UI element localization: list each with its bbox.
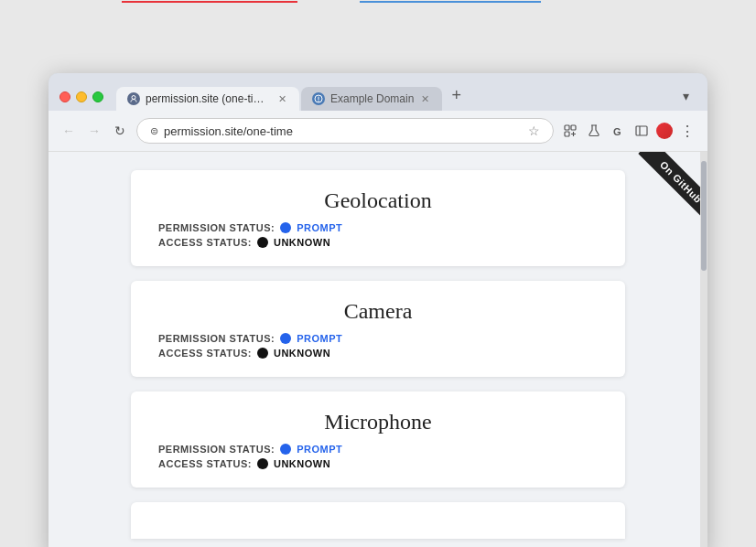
microphone-permission-value: PROMPT [297, 444, 342, 455]
reload-button[interactable]: ↻ [111, 122, 129, 140]
labs-icon[interactable] [585, 122, 603, 140]
camera-access-value: UNKNOWN [274, 348, 330, 359]
geolocation-permission-row: PERMISSION STATUS: PROMPT [158, 222, 598, 233]
microphone-permission-label: PERMISSION STATUS: [158, 444, 275, 455]
tab-permission-icon [127, 92, 140, 105]
bookmark-icon[interactable]: ☆ [528, 123, 540, 138]
profile-avatar[interactable] [656, 123, 673, 139]
cards-container: Geolocation PERMISSION STATUS: PROMPT AC… [131, 170, 625, 539]
forward-button[interactable]: → [85, 122, 103, 140]
tabs-row: permission.site (one-time) ✕ Example Dom… [116, 82, 697, 111]
geolocation-permission-value: PROMPT [297, 222, 342, 233]
inactive-tab-title: Example Domain [330, 92, 414, 105]
geolocation-access-dot [257, 237, 268, 248]
foreground-tab-label: Foreground tab [122, 0, 297, 3]
svg-text:G: G [613, 126, 621, 137]
inactive-tab-close[interactable]: ✕ [419, 93, 431, 105]
google-icon[interactable]: G [609, 122, 627, 140]
microphone-access-row: ACCESS STATUS: UNKNOWN [158, 458, 598, 469]
tab-inactive[interactable]: Example Domain ✕ [301, 87, 442, 111]
partial-card [131, 502, 625, 539]
omnibox[interactable]: ⊜ permission.site/one-time ☆ [136, 118, 554, 144]
camera-title: Camera [158, 299, 598, 324]
camera-permission-row: PERMISSION STATUS: PROMPT [158, 333, 598, 344]
github-ribbon[interactable]: On GitHub [616, 152, 707, 243]
browser-window: permission.site (one-time) ✕ Example Dom… [49, 73, 707, 547]
traffic-lights [59, 91, 103, 102]
geolocation-permission-label: PERMISSION STATUS: [158, 222, 275, 233]
omnibox-url-text: permission.site/one-time [164, 124, 523, 138]
svg-rect-4 [565, 132, 569, 136]
new-tab-button[interactable]: + [444, 82, 469, 109]
toolbar-icons: G ⋮ [561, 122, 697, 140]
microphone-access-label: ACCESS STATUS: [158, 458, 252, 469]
geolocation-access-row: ACCESS STATUS: UNKNOWN [158, 237, 598, 248]
svg-point-0 [132, 96, 135, 100]
microphone-permission-row: PERMISSION STATUS: PROMPT [158, 444, 598, 455]
camera-permission-dot [280, 333, 291, 344]
camera-permission-value: PROMPT [297, 333, 342, 344]
svg-rect-7 [636, 126, 647, 135]
active-tab-title: permission.site (one-time) [146, 92, 271, 105]
sidebar-icon[interactable] [632, 122, 651, 140]
back-button[interactable]: ← [59, 122, 78, 140]
microphone-access-value: UNKNOWN [274, 458, 330, 469]
scrollbar[interactable] [700, 152, 707, 547]
camera-card: Camera PERMISSION STATUS: PROMPT ACCESS … [131, 281, 625, 377]
close-button[interactable] [59, 91, 70, 102]
camera-access-row: ACCESS STATUS: UNKNOWN [158, 348, 598, 359]
omnibox-lock-icon: ⊜ [150, 125, 158, 137]
scrollbar-thumb[interactable] [701, 161, 707, 271]
minimize-button[interactable] [76, 91, 87, 102]
outer-wrapper: Foreground tab Background tab [49, 18, 707, 547]
active-tab-close[interactable]: ✕ [276, 93, 288, 105]
camera-access-dot [257, 348, 268, 359]
tab-dropdown-button[interactable]: ▾ [675, 85, 697, 107]
camera-permission-label: PERMISSION STATUS: [158, 333, 275, 344]
microphone-access-dot [257, 458, 268, 469]
title-bar: permission.site (one-time) ✕ Example Dom… [49, 73, 707, 111]
tab-active[interactable]: permission.site (one-time) ✕ [116, 87, 299, 111]
microphone-title: Microphone [158, 410, 598, 434]
camera-access-label: ACCESS STATUS: [158, 348, 252, 359]
geolocation-access-label: ACCESS STATUS: [158, 237, 252, 248]
tab-example-icon [312, 92, 325, 105]
github-ribbon-text: On GitHub [638, 152, 707, 225]
maximize-button[interactable] [92, 91, 103, 102]
more-menu-icon[interactable]: ⋮ [678, 122, 697, 140]
geolocation-permission-dot [280, 222, 291, 233]
svg-rect-2 [565, 125, 569, 130]
geolocation-access-value: UNKNOWN [274, 237, 330, 248]
page-content: On GitHub Geolocation PERMISSION STATUS:… [49, 152, 707, 547]
background-tab-label: Background tab [360, 0, 541, 3]
extensions-icon[interactable] [561, 122, 579, 140]
geolocation-title: Geolocation [158, 188, 598, 213]
svg-rect-3 [571, 125, 576, 130]
geolocation-card: Geolocation PERMISSION STATUS: PROMPT AC… [131, 170, 625, 266]
toolbar: ← → ↻ ⊜ permission.site/one-time ☆ [49, 111, 707, 152]
microphone-permission-dot [280, 444, 291, 455]
microphone-card: Microphone PERMISSION STATUS: PROMPT ACC… [131, 391, 625, 488]
